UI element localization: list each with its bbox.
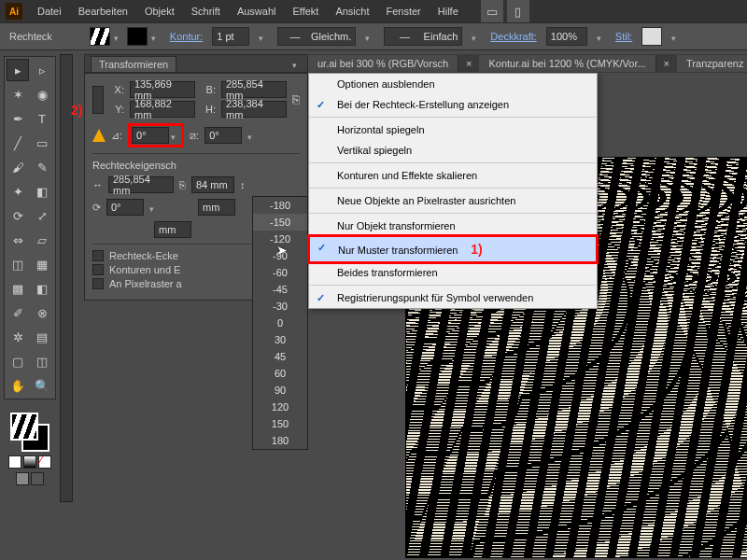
collapsed-panel-strip[interactable] (60, 54, 73, 502)
slice-tool-icon[interactable]: ◫ (31, 350, 53, 372)
flyout-menu-item[interactable]: ✓Registrierungspunkt für Symbol verwende… (309, 287, 597, 308)
width-input[interactable]: 285,854 mm (221, 81, 287, 98)
zoom-tool-icon[interactable]: 🔍 (31, 374, 53, 397)
rect-rotate-input[interactable]: 0° (106, 199, 144, 216)
angle-option[interactable]: 150 (253, 415, 307, 432)
corner-radius-input[interactable]: mm (154, 221, 191, 238)
menu-item[interactable]: Hilfe (430, 2, 466, 21)
scale-tool-icon[interactable]: ⤢ (31, 204, 53, 227)
line-tool-icon[interactable]: ╱ (7, 132, 29, 154)
y-input[interactable]: 168,882 mm (130, 101, 195, 118)
menu-item[interactable]: Auswahl (230, 2, 284, 21)
flyout-menu-item[interactable]: Horizontal spiegeln (309, 119, 597, 140)
artboard-tool-icon[interactable]: ▢ (7, 350, 29, 372)
chevron-down-icon[interactable] (259, 32, 268, 41)
opacity-link[interactable]: Deckkraft: (490, 31, 537, 42)
angle-option[interactable]: -90 (253, 247, 307, 264)
perspective-tool-icon[interactable]: ▦ (31, 253, 53, 275)
style-swatch[interactable] (641, 27, 662, 46)
pencil-tool-icon[interactable]: ✎ (31, 156, 53, 178)
angle-option[interactable]: 30 (253, 331, 307, 348)
shape-builder-tool-icon[interactable]: ◫ (7, 253, 29, 275)
x-input[interactable]: 135,869 mm (130, 81, 195, 98)
opacity-input[interactable]: 100% (546, 27, 587, 46)
transform-panel-tab[interactable]: Transformieren (91, 56, 176, 72)
none-mode-icon[interactable]: ⁄ (38, 455, 51, 469)
flyout-menu-item[interactable]: ✓Bei der Rechteck-Erstellung anzeigen (309, 94, 597, 115)
stroke-weight-input[interactable]: 1 pt (212, 27, 249, 46)
gradient-mode-icon[interactable] (23, 455, 36, 469)
graph-tool-icon[interactable]: ▤ (31, 326, 53, 348)
style-link[interactable]: Stil: (615, 31, 632, 42)
menu-item[interactable]: Datei (30, 2, 69, 21)
screen-mode-icon[interactable] (16, 472, 29, 485)
angle-option[interactable]: -150 (253, 214, 307, 231)
chevron-down-icon[interactable] (597, 32, 606, 41)
rect-width-input[interactable]: 285,854 mm (108, 176, 174, 193)
free-transform-tool-icon[interactable]: ▱ (31, 229, 53, 251)
angle-option[interactable]: 120 (253, 399, 307, 415)
flyout-menu-item[interactable]: Nur Objekt transformieren (309, 216, 597, 236)
layout-icon[interactable]: ▯ (507, 0, 529, 22)
fill-swatch[interactable] (90, 27, 110, 46)
document-tab[interactable]: Tranzparenz (677, 55, 747, 72)
eraser-tool-icon[interactable]: ◧ (31, 180, 53, 203)
pen-tool-icon[interactable]: ✒ (7, 107, 29, 130)
type-tool-icon[interactable]: T (31, 107, 53, 130)
menu-item[interactable]: Bearbeiten (71, 2, 135, 21)
reference-point-locator[interactable] (92, 86, 104, 114)
rectangle-tool-icon[interactable]: ▭ (31, 132, 53, 154)
flyout-menu-item[interactable]: Neue Objekte an Pixelraster ausrichten (309, 190, 597, 211)
menu-item[interactable]: Objekt (137, 2, 182, 21)
flyout-menu-item[interactable]: Vertikal spiegeln (309, 140, 597, 161)
angle-option[interactable]: 60 (253, 365, 307, 382)
angle-option[interactable]: 0 (253, 315, 307, 331)
angle-option[interactable]: 45 (253, 348, 307, 365)
link-icon[interactable]: ⎘ (179, 179, 186, 190)
document-tab[interactable]: ur.ai bei 300 % (RGB/Vorsch (308, 55, 458, 72)
menu-item[interactable]: Effekt (285, 2, 326, 21)
menu-item[interactable]: Fenster (378, 2, 428, 21)
document-tab[interactable]: Kontur.ai bei 1200 % (CMYK/Vor... (479, 55, 655, 72)
chevron-down-icon[interactable] (149, 203, 159, 212)
angle-option[interactable]: -30 (253, 298, 307, 315)
angle-option[interactable]: 90 (253, 382, 307, 399)
height-input[interactable]: 238,384 mm (221, 101, 287, 118)
mesh-tool-icon[interactable]: ▩ (7, 277, 29, 300)
chevron-down-icon[interactable] (114, 32, 123, 41)
brush-select[interactable]: — Einfach (384, 27, 462, 46)
flyout-menu-item[interactable]: Beides transformieren (309, 262, 597, 283)
flyout-menu-item[interactable]: ✓Nur Muster transformieren 1) (307, 234, 599, 264)
direct-selection-tool-icon[interactable]: ▹ (31, 59, 53, 81)
lasso-tool-icon[interactable]: ◉ (31, 83, 53, 105)
screen-mode-icon[interactable] (31, 472, 44, 485)
angle-option[interactable]: -120 (253, 231, 307, 247)
chevron-down-icon[interactable] (472, 32, 481, 41)
chevron-down-icon[interactable] (247, 131, 257, 140)
angle-option[interactable]: -60 (253, 264, 307, 281)
stroke-link[interactable]: Kontur: (170, 31, 203, 42)
angle-dropdown-list[interactable]: -180-150-120-90-60-45-300304560901201501… (252, 196, 308, 450)
shear-angle-input[interactable]: 0° (204, 127, 242, 144)
angle-option[interactable]: -180 (253, 197, 307, 214)
chevron-down-icon[interactable] (171, 131, 180, 140)
color-mode-icon[interactable] (8, 455, 21, 469)
selection-tool-icon[interactable]: ▸ (7, 59, 29, 81)
hand-tool-icon[interactable]: ✋ (7, 374, 29, 397)
flyout-menu-item[interactable]: Konturen und Effekte skalieren (309, 165, 597, 186)
rotate-angle-input[interactable]: 0° (132, 127, 169, 144)
blob-brush-tool-icon[interactable]: ✦ (7, 180, 29, 203)
menu-item[interactable]: Schrift (184, 2, 228, 21)
width-profile-select[interactable]: — Gleichm. (277, 27, 356, 46)
corner-radius-input[interactable]: mm (198, 199, 235, 216)
panel-menu-icon[interactable] (292, 59, 302, 68)
chevron-down-icon[interactable] (365, 32, 374, 41)
stroke-swatch[interactable] (127, 27, 148, 46)
fill-color-swatch[interactable] (10, 413, 38, 441)
menu-item[interactable]: Ansicht (328, 2, 376, 21)
link-icon[interactable]: ⎘ (292, 92, 300, 106)
rotate-tool-icon[interactable]: ⟳ (7, 204, 29, 227)
width-tool-icon[interactable]: ⇔ (7, 229, 29, 251)
chevron-down-icon[interactable] (671, 32, 681, 41)
rotate-angle-field[interactable]: 0° (128, 123, 184, 147)
